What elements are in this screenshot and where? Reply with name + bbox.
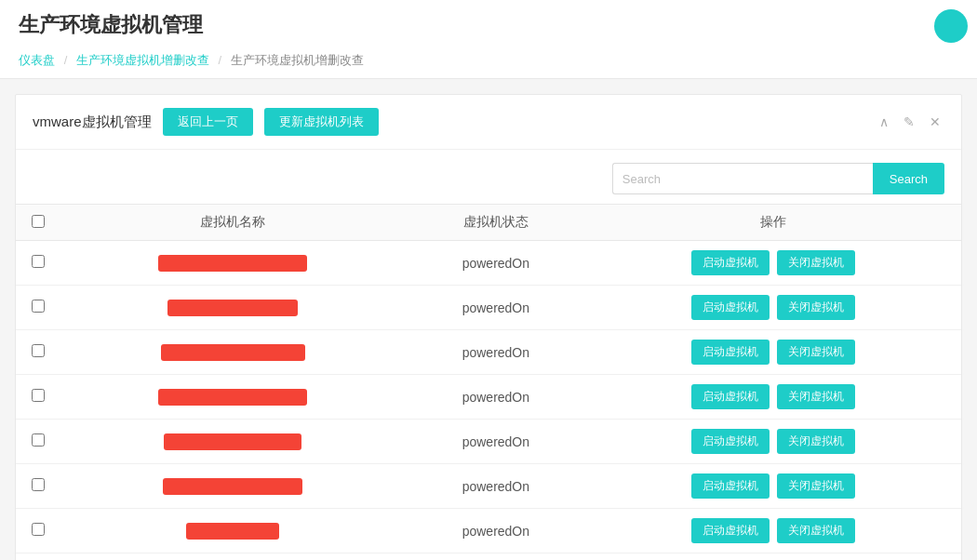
stop-vm-button-6[interactable]: 关闭虚拟机: [777, 518, 855, 543]
row-checkbox-3[interactable]: [32, 389, 45, 402]
edit-button[interactable]: ✎: [900, 113, 918, 131]
collapse-button[interactable]: ∧: [876, 113, 892, 131]
action-buttons: 启动虚拟机关闭虚拟机: [597, 250, 950, 275]
breadcrumb-current: 生产环境虚拟机增删改查: [231, 53, 364, 67]
vm-status-cell: poweredOn: [406, 286, 586, 330]
stop-vm-button-1[interactable]: 关闭虚拟机: [777, 295, 855, 320]
table-row: poweredOn启动虚拟机关闭虚拟机: [16, 420, 961, 464]
search-input[interactable]: [612, 163, 873, 194]
vm-name-bar: [161, 344, 305, 361]
breadcrumb-sep-1: /: [64, 53, 68, 67]
vm-status-cell: poweredOn: [406, 553, 586, 561]
vm-name-cell: [60, 241, 406, 286]
panel-header-left: vmware虚拟机管理 返回上一页 更新虚拟机列表: [33, 108, 379, 136]
vm-action-cell: 启动虚拟机关闭虚拟机: [586, 241, 961, 286]
col-action: 操作: [586, 205, 961, 241]
row-checkbox-2[interactable]: [32, 344, 45, 357]
stop-vm-button-5[interactable]: 关闭虚拟机: [777, 473, 855, 499]
vm-action-cell: 启动虚拟机关闭虚拟机: [586, 286, 961, 330]
breadcrumb-dashboard[interactable]: 仪表盘: [19, 53, 55, 67]
breadcrumb: 仪表盘 / 生产环境虚拟机增删改查 / 生产环境虚拟机增删改查: [19, 47, 958, 78]
select-all-checkbox[interactable]: [32, 215, 45, 228]
vm-name-cell: [60, 553, 406, 561]
vm-status-cell: poweredOn: [406, 464, 586, 509]
close-button[interactable]: ✕: [926, 113, 944, 131]
table-row: poweredOn启动虚拟机关闭虚拟机: [16, 553, 961, 561]
vm-name-cell: [60, 286, 406, 330]
action-buttons: 启动虚拟机关闭虚拟机: [597, 473, 950, 499]
vm-name-cell: [60, 375, 406, 420]
page-title: 生产环境虚拟机管理: [19, 11, 958, 47]
vm-status-cell: poweredOn: [406, 509, 586, 553]
action-buttons: 启动虚拟机关闭虚拟机: [597, 340, 950, 365]
back-button[interactable]: 返回上一页: [163, 108, 253, 136]
start-vm-button-3[interactable]: 启动虚拟机: [691, 384, 770, 409]
table-row: poweredOn启动虚拟机关闭虚拟机: [16, 464, 961, 509]
vm-status-cell: poweredOn: [406, 241, 586, 286]
action-buttons: 启动虚拟机关闭虚拟机: [597, 295, 950, 320]
row-checkbox-cell: [16, 330, 60, 375]
vm-name-bar: [158, 255, 307, 272]
row-checkbox-cell: [16, 241, 60, 286]
vm-name-bar: [164, 433, 301, 450]
panel-header-right: ∧ ✎ ✕: [876, 113, 944, 131]
vm-name-bar: [167, 300, 298, 316]
row-checkbox-cell: [16, 420, 60, 464]
vm-action-cell: 启动虚拟机关闭虚拟机: [586, 509, 961, 553]
table-row: poweredOn启动虚拟机关闭虚拟机: [16, 509, 961, 553]
start-vm-button-4[interactable]: 启动虚拟机: [691, 429, 770, 454]
search-button[interactable]: Search: [873, 163, 944, 194]
action-buttons: 启动虚拟机关闭虚拟机: [597, 429, 950, 454]
row-checkbox-5[interactable]: [32, 478, 45, 491]
col-status: 虚拟机状态: [406, 205, 586, 241]
stop-vm-button-4[interactable]: 关闭虚拟机: [777, 429, 855, 454]
avatar[interactable]: [934, 9, 968, 43]
table-header-row: 虚拟机名称 虚拟机状态 操作: [16, 205, 961, 241]
row-checkbox-cell: [16, 553, 60, 561]
vm-status-cell: poweredOn: [406, 420, 586, 464]
stop-vm-button-2[interactable]: 关闭虚拟机: [777, 340, 855, 365]
start-vm-button-2[interactable]: 启动虚拟机: [691, 340, 770, 365]
vm-name-bar: [186, 523, 279, 540]
row-checkbox-0[interactable]: [32, 255, 45, 268]
panel-title: vmware虚拟机管理: [33, 113, 152, 131]
vm-table: 虚拟机名称 虚拟机状态 操作 poweredOn启动虚拟机关闭虚拟机powere…: [16, 204, 961, 560]
row-checkbox-cell: [16, 509, 60, 553]
row-checkbox-6[interactable]: [32, 523, 45, 536]
row-checkbox-cell: [16, 464, 60, 509]
vm-name-cell: [60, 509, 406, 553]
start-vm-button-1[interactable]: 启动虚拟机: [691, 295, 770, 320]
checkbox-header: [16, 205, 60, 241]
start-vm-button-5[interactable]: 启动虚拟机: [691, 473, 770, 499]
table-row: poweredOn启动虚拟机关闭虚拟机: [16, 241, 961, 286]
vm-action-cell: 启动虚拟机关闭虚拟机: [586, 375, 961, 420]
action-buttons: 启动虚拟机关闭虚拟机: [597, 518, 950, 543]
vm-name-cell: [60, 464, 406, 509]
vm-name-cell: [60, 330, 406, 375]
vm-name-cell: [60, 420, 406, 464]
row-checkbox-cell: [16, 286, 60, 330]
vm-action-cell: 启动虚拟机关闭虚拟机: [586, 553, 961, 561]
panel-header: vmware虚拟机管理 返回上一页 更新虚拟机列表 ∧ ✎ ✕: [16, 95, 961, 150]
stop-vm-button-3[interactable]: 关闭虚拟机: [777, 384, 855, 409]
breadcrumb-list[interactable]: 生产环境虚拟机增删改查: [76, 53, 209, 67]
table-row: poweredOn启动虚拟机关闭虚拟机: [16, 330, 961, 375]
start-vm-button-6[interactable]: 启动虚拟机: [691, 518, 770, 543]
start-vm-button-0[interactable]: 启动虚拟机: [691, 250, 770, 275]
vm-status-cell: poweredOn: [406, 375, 586, 420]
row-checkbox-4[interactable]: [32, 433, 45, 447]
stop-vm-button-0[interactable]: 关闭虚拟机: [777, 250, 855, 275]
vm-action-cell: 启动虚拟机关闭虚拟机: [586, 464, 961, 509]
col-name: 虚拟机名称: [60, 205, 406, 241]
refresh-button[interactable]: 更新虚拟机列表: [264, 108, 379, 136]
vm-status-cell: poweredOn: [406, 330, 586, 375]
vm-action-cell: 启动虚拟机关闭虚拟机: [586, 330, 961, 375]
action-buttons: 启动虚拟机关闭虚拟机: [597, 384, 950, 409]
search-bar: Search: [16, 150, 961, 204]
table-row: poweredOn启动虚拟机关闭虚拟机: [16, 375, 961, 420]
row-checkbox-1[interactable]: [32, 300, 45, 313]
row-checkbox-cell: [16, 375, 60, 420]
vm-name-bar: [158, 389, 307, 406]
vm-name-bar: [163, 478, 302, 495]
breadcrumb-sep-2: /: [219, 53, 222, 67]
